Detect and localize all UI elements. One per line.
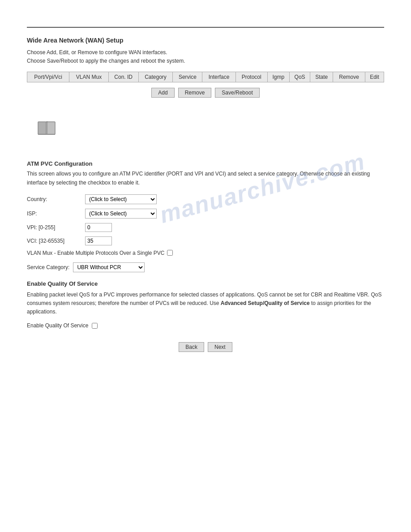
atm-title: ATM PVC Configuration [27, 160, 384, 167]
wan-table: Port/Vpi/Vci VLAN Mux Con. ID Category S… [27, 72, 384, 82]
col-category: Category [138, 72, 173, 82]
col-edit: Edit [365, 72, 384, 82]
country-select[interactable]: (Click to Select) [85, 194, 157, 204]
atm-section: ATM PVC Configuration This screen allows… [27, 160, 384, 329]
vlan-mux-row: VLAN Mux - Enable Multiple Protocols Ove… [27, 250, 384, 256]
col-port-vpi-vci: Port/Vpi/Vci [27, 72, 69, 82]
wan-desc-line2: Choose Save/Reboot to apply the changes … [27, 58, 185, 64]
enable-qos-row: Enable Quality Of Service [27, 322, 384, 329]
wan-title: Wide Area Network (WAN) Setup [27, 37, 384, 44]
col-service: Service [173, 72, 202, 82]
qos-title: Enable Quality Of Service [27, 280, 384, 287]
vpi-input[interactable] [85, 223, 112, 232]
col-qos: QoS [290, 72, 310, 82]
wan-desc-line1: Choose Add, Edit, or Remove to configure… [27, 49, 167, 56]
back-button[interactable]: Back [179, 342, 204, 352]
col-interface: Interface [202, 72, 235, 82]
vpi-label: VPI: [0-255] [27, 224, 85, 231]
vlan-mux-checkbox[interactable] [167, 250, 173, 256]
next-button[interactable]: Next [208, 342, 232, 352]
atm-description: This screen allows you to configure an A… [27, 170, 384, 187]
isp-row: ISP: (Click to Select) [27, 209, 384, 219]
vci-label: VCI: [32-65535] [27, 238, 85, 244]
book-icon [36, 120, 58, 138]
col-con-id: Con. ID [108, 72, 138, 82]
qos-description: Enabling packet level QoS for a PVC impr… [27, 291, 384, 317]
isp-select[interactable]: (Click to Select) [85, 209, 157, 219]
remove-button[interactable]: Remove [178, 88, 212, 98]
save-reboot-button[interactable]: Save/Reboot [215, 88, 259, 98]
vci-input[interactable] [85, 236, 112, 245]
country-row: Country: (Click to Select) [27, 194, 384, 204]
isp-label: ISP: [27, 210, 85, 217]
qos-desc-bold: Advanced Setup/Quality of Service [221, 300, 310, 306]
footer-buttons: Back Next [27, 342, 384, 352]
service-category-row: Service Category: UBR Without PCR UBR Wi… [27, 262, 384, 272]
vlan-mux-label: VLAN Mux - Enable Multiple Protocols Ove… [27, 250, 164, 256]
service-category-select[interactable]: UBR Without PCR UBR With PCR CBR Non Rea… [73, 262, 145, 272]
book-icon-area [27, 107, 384, 151]
wan-button-row: Add Remove Save/Reboot [27, 88, 384, 98]
col-protocol: Protocol [235, 72, 267, 82]
add-button[interactable]: Add [151, 88, 174, 98]
wan-description: Choose Add, Edit, or Remove to configure… [27, 48, 384, 65]
col-vlan-mux: VLAN Mux [69, 72, 109, 82]
svg-rect-1 [47, 122, 55, 134]
enable-qos-checkbox[interactable] [92, 323, 98, 329]
vci-row: VCI: [32-65535] [27, 236, 384, 245]
enable-qos-label: Enable Quality Of Service [27, 322, 88, 329]
col-igmp: Igmp [267, 72, 289, 82]
col-remove: Remove [333, 72, 365, 82]
col-state: State [310, 72, 333, 82]
service-category-label: Service Category: [27, 264, 69, 270]
vpi-row: VPI: [0-255] [27, 223, 384, 232]
country-label: Country: [27, 196, 85, 202]
svg-rect-0 [38, 122, 46, 134]
